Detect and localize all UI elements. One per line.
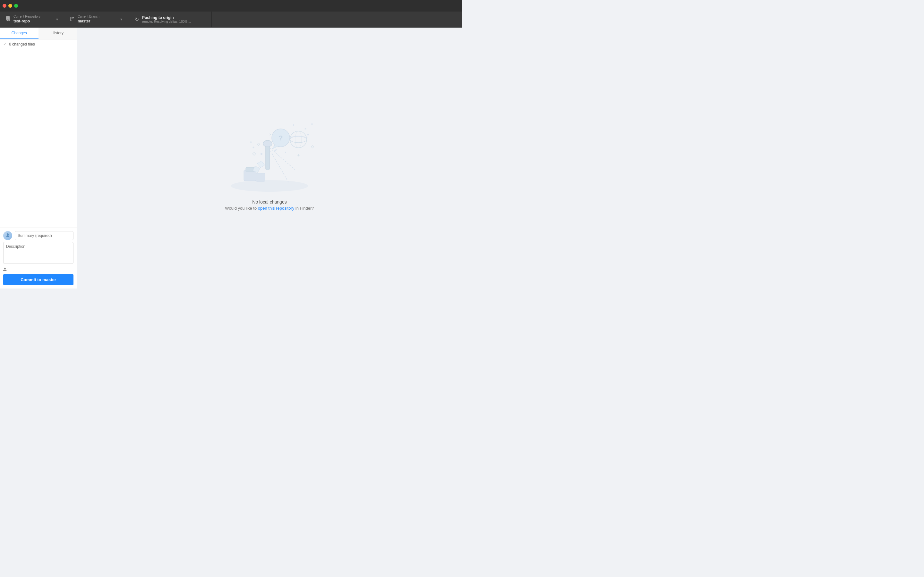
- coauthor-icon: [3, 267, 8, 271]
- push-section[interactable]: ↻ Pushing to origin remote: Resolving de…: [128, 11, 212, 27]
- svg-point-0: [231, 180, 308, 192]
- branch-label: Current Branch: [78, 15, 99, 19]
- main-layout: Changes History ✓ 0 changed files: [0, 27, 462, 288]
- empty-svg: ?: [205, 106, 334, 195]
- coauthor-row[interactable]: [3, 267, 73, 271]
- repo-chevron-icon: ▼: [55, 18, 59, 21]
- svg-point-8: [290, 131, 307, 148]
- empty-state: ?: [205, 106, 334, 211]
- tab-changes[interactable]: Changes: [0, 27, 39, 39]
- empty-state-title: No local changes: [225, 199, 314, 205]
- branch-chevron-icon: ▼: [120, 18, 123, 21]
- changed-files-row: ✓ 0 changed files: [0, 39, 77, 49]
- commit-author-row: [3, 231, 73, 240]
- svg-rect-17: [311, 123, 313, 125]
- toolbar: Current Repository test-repo ▼ Current B…: [0, 11, 462, 27]
- svg-point-15: [293, 124, 294, 126]
- svg-rect-2: [246, 167, 254, 172]
- repo-text: Current Repository test-repo: [13, 15, 40, 24]
- svg-rect-16: [250, 141, 252, 143]
- empty-state-text: No local changes Would you like to open …: [225, 199, 314, 211]
- push-spinning-icon: ↻: [135, 16, 139, 23]
- branch-text: Current Branch master: [78, 15, 99, 24]
- branch-icon: [69, 16, 74, 23]
- empty-subtitle-prefix: Would you like to: [225, 206, 258, 211]
- content-area: ?: [77, 27, 462, 288]
- branch-value: master: [78, 19, 99, 24]
- svg-rect-4: [266, 144, 270, 170]
- description-textarea[interactable]: [3, 242, 73, 264]
- open-repository-link[interactable]: open this repository: [258, 206, 294, 211]
- close-button[interactable]: [3, 4, 6, 8]
- current-branch-section[interactable]: Current Branch master ▼: [64, 11, 128, 27]
- svg-point-10: [295, 131, 302, 148]
- svg-point-11: [260, 153, 262, 155]
- empty-illustration: ?: [205, 106, 334, 195]
- empty-subtitle-suffix: in Finder?: [296, 206, 314, 211]
- repo-value: test-repo: [13, 19, 40, 24]
- svg-point-12: [253, 147, 254, 148]
- avatar: [3, 231, 12, 240]
- current-repository-section[interactable]: Current Repository test-repo ▼: [0, 11, 64, 27]
- push-title: Pushing to origin: [142, 15, 191, 20]
- summary-input[interactable]: [15, 231, 73, 240]
- svg-text:?: ?: [278, 134, 283, 142]
- push-text: Pushing to origin remote: Resolving delt…: [142, 15, 191, 23]
- svg-point-13: [307, 134, 309, 135]
- sidebar: Changes History ✓ 0 changed files: [0, 27, 77, 288]
- svg-rect-3: [256, 173, 265, 181]
- traffic-lights: [3, 4, 18, 8]
- maximize-button[interactable]: [14, 4, 18, 8]
- svg-point-14: [285, 152, 286, 153]
- sidebar-content: ✓ 0 changed files: [0, 39, 77, 227]
- commit-button[interactable]: Commit to master: [3, 274, 73, 285]
- changed-files-count: 0 changed files: [9, 42, 35, 47]
- commit-area: Commit to master: [0, 227, 77, 288]
- empty-state-subtitle: Would you like to open this repository i…: [225, 206, 314, 211]
- repo-label: Current Repository: [13, 15, 40, 19]
- push-subtitle: remote: Resolving deltas: 100% ...: [142, 20, 191, 23]
- tab-history[interactable]: History: [39, 27, 77, 39]
- minimize-button[interactable]: [8, 4, 12, 8]
- titlebar: [0, 0, 462, 11]
- check-icon: ✓: [3, 42, 6, 47]
- sidebar-tabs: Changes History: [0, 27, 77, 39]
- repo-icon: [5, 16, 10, 23]
